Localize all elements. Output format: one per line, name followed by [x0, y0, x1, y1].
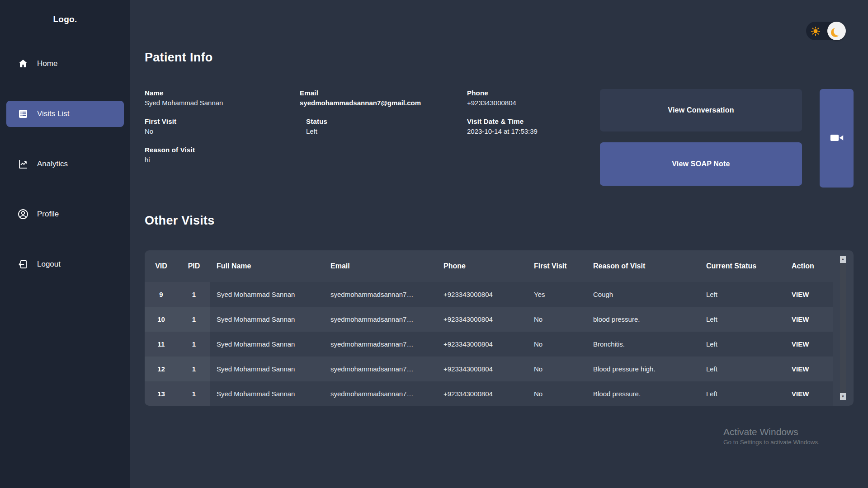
view-link[interactable]: VIEW: [785, 390, 833, 398]
view-link[interactable]: VIEW: [785, 340, 833, 348]
cell-current-status: Left: [700, 390, 785, 398]
cell-current-status: Left: [700, 365, 785, 373]
cell-email: syedmohammadsannan7…: [324, 390, 437, 398]
field-label: Email: [300, 89, 467, 97]
table-row: 10 1 Syed Mohammad Sannan syedmohammadsa…: [145, 307, 833, 332]
column-header-action: Action: [785, 262, 833, 270]
cell-full-name: Syed Mohammad Sannan: [210, 390, 324, 398]
field-value: Syed Mohammad Sannan: [145, 99, 300, 107]
cell-full-name: Syed Mohammad Sannan: [210, 315, 324, 323]
sun-icon: [806, 26, 825, 36]
column-header-pid: PID: [178, 262, 210, 270]
cell-email: syedmohammadsannan7…: [324, 315, 437, 323]
column-header-full-name: Full Name: [210, 262, 324, 270]
cell-current-status: Left: [700, 340, 785, 348]
column-header-vid: VID: [145, 262, 178, 270]
field-label: Reason of Visit: [145, 146, 300, 154]
scroll-down-arrow-icon[interactable]: ▼: [840, 394, 846, 400]
view-conversation-button[interactable]: View Conversation: [600, 89, 802, 131]
cell-email: syedmohammadsannan7…: [324, 340, 437, 348]
table-scrollbar[interactable]: ▲ ▼: [840, 256, 846, 400]
visits-list-icon: [17, 108, 29, 120]
main-content: Patient Info Name Syed Mohammad Sannan E…: [130, 0, 868, 488]
field-value: +923343000804: [467, 99, 594, 107]
view-link[interactable]: VIEW: [785, 365, 833, 373]
cell-vid: 9: [145, 291, 178, 298]
sidebar-nav: Home Visits List Analytics Profile Logou: [0, 51, 130, 277]
cell-reason: Blood pressure.: [587, 390, 700, 398]
patient-info-grid: Name Syed Mohammad Sannan Email syedmoha…: [145, 89, 594, 164]
table-row: 12 1 Syed Mohammad Sannan syedmohammadsa…: [145, 357, 833, 381]
field-label: Name: [145, 89, 300, 97]
cell-phone: +923343000804: [437, 390, 528, 398]
field-value: No: [145, 127, 300, 135]
sidebar-item-profile[interactable]: Profile: [6, 201, 124, 227]
table-body: 9 1 Syed Mohammad Sannan syedmohammadsan…: [145, 282, 854, 406]
theme-toggle-knob[interactable]: [827, 22, 846, 40]
cell-current-status: Left: [700, 291, 785, 298]
field-status: Status Left: [300, 117, 467, 135]
cell-vid: 11: [145, 340, 178, 348]
field-email: Email syedmohammadsannan7@gmail.com: [300, 89, 467, 107]
cell-pid: 1: [178, 340, 210, 348]
watermark-line1: Activate Windows: [723, 427, 820, 437]
table-header: VID PID Full Name Email Phone First Visi…: [145, 250, 833, 282]
sidebar-item-label: Profile: [37, 210, 59, 219]
field-label: First Visit: [145, 117, 300, 125]
cell-phone: +923343000804: [437, 365, 528, 373]
field-value: syedmohammadsannan7@gmail.com: [300, 99, 467, 107]
scroll-up-arrow-icon[interactable]: ▲: [840, 256, 846, 263]
cell-phone: +923343000804: [437, 291, 528, 298]
cell-first-visit: No: [528, 390, 587, 398]
app-logo: Logo.: [0, 0, 130, 24]
moon-icon: [834, 27, 843, 36]
cell-email: syedmohammadsannan7…: [324, 365, 437, 373]
action-buttons: View Conversation View SOAP Note: [600, 89, 802, 186]
cell-current-status: Left: [700, 315, 785, 323]
field-label: Visit Date & Time: [467, 117, 594, 125]
sidebar-item-label: Analytics: [37, 160, 68, 169]
column-header-current-status: Current Status: [700, 262, 785, 270]
cell-phone: +923343000804: [437, 340, 528, 348]
view-link[interactable]: VIEW: [785, 315, 833, 323]
sidebar-item-analytics[interactable]: Analytics: [6, 151, 124, 177]
video-call-button[interactable]: [820, 89, 854, 188]
cell-reason: Bronchitis.: [587, 340, 700, 348]
cell-full-name: Syed Mohammad Sannan: [210, 291, 324, 298]
view-soap-note-button[interactable]: View SOAP Note: [600, 142, 802, 186]
table-row: 9 1 Syed Mohammad Sannan syedmohammadsan…: [145, 282, 833, 307]
patient-info-section: Name Syed Mohammad Sannan Email syedmoha…: [145, 89, 854, 188]
cell-pid: 1: [178, 291, 210, 298]
theme-toggle[interactable]: [806, 22, 846, 40]
cell-phone: +923343000804: [437, 315, 528, 323]
cell-email: syedmohammadsannan7…: [324, 291, 437, 298]
sidebar-item-logout[interactable]: Logout: [6, 251, 124, 277]
cell-pid: 1: [178, 390, 210, 398]
cell-vid: 13: [145, 390, 178, 398]
field-value: 2023-10-14 at 17:53:39: [467, 127, 594, 135]
field-value: hi: [145, 156, 300, 164]
logout-icon: [17, 258, 29, 270]
other-visits-table: VID PID Full Name Email Phone First Visi…: [145, 250, 854, 406]
cell-full-name: Syed Mohammad Sannan: [210, 340, 324, 348]
sidebar-item-label: Logout: [37, 260, 61, 269]
sidebar-item-visits-list[interactable]: Visits List: [6, 101, 124, 127]
activate-windows-watermark: Activate Windows Go to Settings to activ…: [723, 427, 820, 446]
column-header-email: Email: [324, 262, 437, 270]
field-label: Phone: [467, 89, 594, 97]
cell-first-visit: No: [528, 315, 587, 323]
video-camera-icon: [829, 130, 844, 147]
sidebar-item-home[interactable]: Home: [6, 51, 124, 77]
column-header-reason: Reason of Visit: [587, 262, 700, 270]
field-visit-datetime: Visit Date & Time 2023-10-14 at 17:53:39: [467, 117, 594, 135]
home-icon: [17, 58, 29, 70]
cell-first-visit: Yes: [528, 291, 587, 298]
column-header-phone: Phone: [437, 262, 528, 270]
scrollbar-thumb[interactable]: [840, 263, 846, 393]
view-link[interactable]: VIEW: [785, 291, 833, 298]
profile-icon: [17, 208, 29, 220]
analytics-icon: [17, 158, 29, 170]
cell-reason: Cough: [587, 291, 700, 298]
cell-pid: 1: [178, 365, 210, 373]
field-first-visit: First Visit No: [145, 117, 300, 135]
